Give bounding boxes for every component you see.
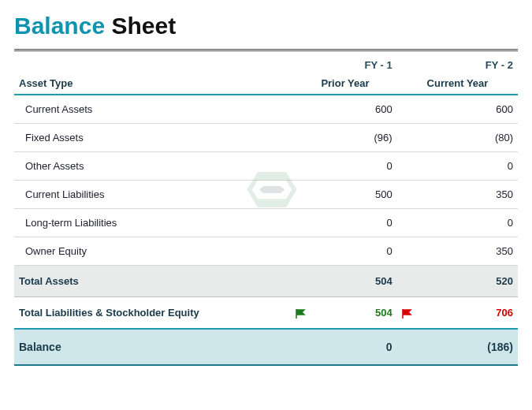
- table-row: Fixed Assets (96) (80): [14, 124, 518, 152]
- table-row: Current Liabilities 500 350: [14, 181, 518, 209]
- table-row: Owner Equity 0 350: [14, 237, 518, 266]
- table-row: Long-term Liabilities 0 0: [14, 209, 518, 237]
- title-accent: Balance: [14, 13, 105, 39]
- row-fy2: 350: [422, 237, 518, 266]
- row-fy1: 0: [316, 237, 396, 266]
- fy1-label: Prior Year: [316, 74, 396, 95]
- tlse-fy1: 504: [316, 297, 396, 330]
- title-rest: Sheet: [111, 13, 176, 39]
- table-row: Current Assets 600 600: [14, 95, 518, 124]
- row-fy1: 500: [316, 181, 396, 209]
- total-liabilities-equity-row: Total Liabilities & Stockholder Equity 5…: [14, 297, 518, 330]
- balance-row: Balance 0 (186): [14, 329, 518, 365]
- row-label: Current Assets: [14, 95, 291, 124]
- row-fy2: 350: [422, 181, 518, 209]
- row-fy1: 0: [316, 209, 396, 237]
- row-fy2: 600: [422, 95, 518, 124]
- total-assets-row: Total Assets 504 520: [14, 266, 518, 297]
- flag-icon: [296, 307, 307, 319]
- tlse-fy2: 706: [422, 297, 518, 330]
- fy1-code: FY - 1: [316, 51, 396, 74]
- balance-label: Balance: [14, 329, 291, 365]
- total-assets-label: Total Assets: [14, 266, 291, 297]
- row-label: Other Assets: [14, 152, 291, 181]
- row-fy1: 0: [316, 152, 396, 181]
- tlse-label: Total Liabilities & Stockholder Equity: [14, 297, 291, 330]
- row-fy1: (96): [316, 124, 396, 152]
- total-assets-fy1: 504: [316, 266, 396, 297]
- row-label: Long-term Liabilities: [14, 209, 291, 237]
- fy2-label: Current Year: [422, 74, 518, 95]
- fy2-code: FY - 2: [422, 51, 518, 74]
- row-fy1: 600: [316, 95, 396, 124]
- row-label: Fixed Assets: [14, 124, 291, 152]
- balance-sheet-table: FY - 1 FY - 2 Asset Type Prior Year Curr…: [14, 51, 518, 366]
- fiscal-year-row: FY - 1 FY - 2: [14, 51, 518, 74]
- page-title: Balance Sheet: [14, 9, 518, 46]
- row-fy2: (80): [422, 124, 518, 152]
- row-label: Owner Equity: [14, 237, 291, 266]
- row-fy2: 0: [422, 209, 518, 237]
- year-label-row: Asset Type Prior Year Current Year: [14, 74, 518, 95]
- balance-fy1: 0: [316, 329, 396, 365]
- asset-type-header: Asset Type: [14, 74, 291, 95]
- row-fy2: 0: [422, 152, 518, 181]
- flag-icon: [402, 307, 413, 319]
- table-row: Other Assets 0 0: [14, 152, 518, 181]
- row-label: Current Liabilities: [14, 181, 291, 209]
- balance-fy2: (186): [422, 329, 518, 365]
- total-assets-fy2: 520: [422, 266, 518, 297]
